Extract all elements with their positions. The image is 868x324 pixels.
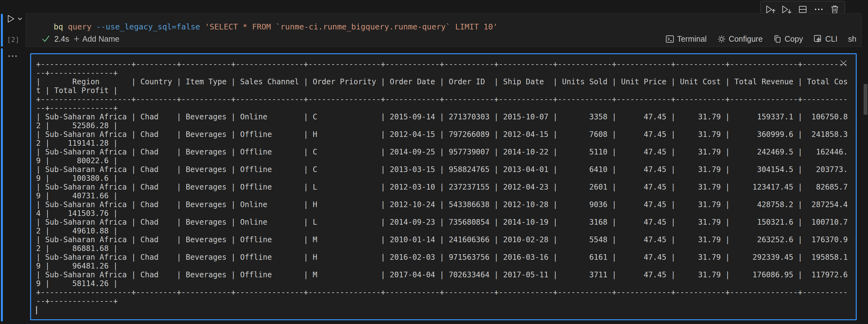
terminal-line: | Sub-Saharan Africa | Chad | Beverages … <box>36 253 852 262</box>
success-check-icon <box>42 35 50 43</box>
terminal-line: 2 | 86881.68 | <box>36 244 852 253</box>
terminal-line: | Sub-Saharan Africa | Chad | Beverages … <box>36 235 852 244</box>
terminal-line: | Sub-Saharan Africa | Chad | Beverages … <box>36 271 852 279</box>
copy-action-button[interactable]: Copy <box>773 34 803 43</box>
close-icon[interactable] <box>839 59 847 67</box>
terminal-line: 9 | 100380.6 | <box>36 174 852 183</box>
copy-action-label: Copy <box>784 34 803 43</box>
cli-action-button[interactable]: CLI <box>814 34 838 43</box>
command-program: bq <box>54 22 63 31</box>
terminal-action-button[interactable]: Terminal <box>665 34 706 43</box>
output-more-actions-icon[interactable] <box>7 55 18 58</box>
terminal-content[interactable]: +--------------------+---------+--------… <box>36 60 852 318</box>
terminal-line: 4 | 141503.76 | <box>36 209 852 218</box>
terminal-line: --+--------------+ <box>36 69 852 77</box>
run-cell-button[interactable] <box>6 14 22 23</box>
cell-status-bar: 2.4s Add Name Terminal <box>26 34 861 44</box>
code-cell[interactable]: bq query --use_legacy_sql=false 'SELECT … <box>26 13 862 47</box>
output-focus-bar <box>1 48 3 322</box>
terminal-line: --+--------------+ <box>36 104 852 112</box>
gear-icon <box>717 35 726 43</box>
notebook-cell-region: [2] bq query --use_legacy_sql=false 'SEL… <box>0 0 868 324</box>
terminal-icon <box>665 35 674 43</box>
terminal-output-panel[interactable]: +--------------------+---------+--------… <box>30 53 857 320</box>
command-subcommand: query <box>68 22 91 31</box>
terminal-line: | Region | Country | Item Type | Sales C… <box>36 77 852 86</box>
terminal-line: | Sub-Saharan Africa | Chad | Beverages … <box>36 218 852 226</box>
cli-icon <box>814 34 823 43</box>
configure-action-label: Configure <box>728 34 763 43</box>
cli-action-label: CLI <box>825 34 838 43</box>
plus-icon <box>73 36 80 42</box>
terminal-line: +--------------------+---------+--------… <box>36 95 852 104</box>
terminal-line: 9 | 96481.26 | <box>36 262 852 271</box>
terminal-line: 2 | 119141.28 | <box>36 139 852 148</box>
command-query-string: 'SELECT * FROM `runme-ci.runme_bigquery.… <box>205 22 498 31</box>
terminal-line: | Sub-Saharan Africa | Chad | Beverages … <box>36 130 852 139</box>
play-icon[interactable] <box>6 14 15 23</box>
execution-duration: 2.4s <box>54 34 69 43</box>
terminal-line: | Sub-Saharan Africa | Chad | Beverages … <box>36 200 852 209</box>
chevron-down-icon[interactable] <box>18 17 22 21</box>
configure-action-button[interactable]: Configure <box>717 34 763 43</box>
terminal-line: 9 | 40731.66 | <box>36 191 852 200</box>
terminal-line: | Sub-Saharan Africa | Chad | Beverages … <box>36 112 852 121</box>
terminal-line: | Sub-Saharan Africa | Chad | Beverages … <box>36 183 852 191</box>
terminal-line: 2 | 49610.88 | <box>36 226 852 235</box>
terminal-line: +--------------------+---------+--------… <box>36 288 852 297</box>
execution-count: [2] <box>7 36 20 43</box>
terminal-action-label: Terminal <box>677 34 706 43</box>
terminal-line: t | Total Profit | <box>36 86 852 95</box>
language-identifier: sh <box>848 34 857 43</box>
terminal-line: 9 | 58114.26 | <box>36 279 852 288</box>
command-flag: --use_legacy_sql=false <box>96 22 200 31</box>
terminal-cursor <box>36 306 37 314</box>
add-name-label: Add Name <box>82 34 119 43</box>
terminal-line: | Sub-Saharan Africa | Chad | Beverages … <box>36 165 852 174</box>
terminal-cursor-line <box>36 305 852 314</box>
terminal-line: | Sub-Saharan Africa | Chad | Beverages … <box>36 148 852 156</box>
cell-focus-bar <box>1 14 3 47</box>
scrollbar-thumb[interactable] <box>864 84 867 115</box>
add-name-button[interactable]: Add Name <box>73 34 119 43</box>
terminal-line: 9 | 80022.6 | <box>36 156 852 165</box>
copy-icon <box>773 35 782 43</box>
terminal-line: +--------------------+---------+--------… <box>36 60 852 69</box>
command-line[interactable]: bq query --use_legacy_sql=false 'SELECT … <box>54 22 498 31</box>
terminal-line: 2 | 52586.28 | <box>36 121 852 130</box>
terminal-line: --+--------------+ <box>36 297 852 305</box>
